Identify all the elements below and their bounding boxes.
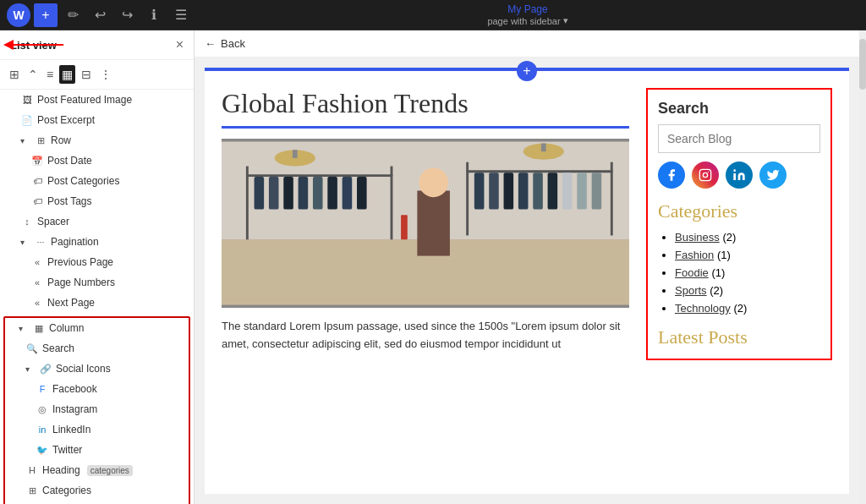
sidebar-close-button[interactable]: × bbox=[176, 37, 184, 52]
scrollbar[interactable] bbox=[859, 30, 866, 504]
linkedin-social-icon[interactable] bbox=[726, 162, 753, 189]
category-link-business[interactable]: Business bbox=[675, 231, 720, 244]
block-tool-align[interactable]: ≡ bbox=[44, 65, 56, 84]
linkedin-icon: in bbox=[36, 423, 49, 436]
category-link-sports[interactable]: Sports bbox=[675, 284, 707, 297]
svg-rect-20 bbox=[611, 162, 613, 236]
social-icons-icon: 🔗 bbox=[39, 362, 52, 375]
tree-item-heading-categories[interactable]: H Heading categories bbox=[5, 460, 189, 480]
tree-item-post-categories[interactable]: 🏷 Post Categories bbox=[0, 171, 194, 191]
category-item-sports: Sports (2) bbox=[675, 284, 820, 297]
block-tool-grid[interactable]: ▦ bbox=[59, 65, 75, 84]
svg-rect-7 bbox=[391, 167, 393, 240]
twitter-social-icon[interactable] bbox=[759, 162, 787, 189]
tree-item-post-tags[interactable]: 🏷 Post Tags bbox=[0, 191, 194, 211]
add-button[interactable]: + bbox=[34, 3, 58, 27]
redo-button[interactable]: ↪ bbox=[115, 3, 139, 27]
row-expand-icon: ▾ bbox=[20, 136, 30, 145]
svg-rect-5 bbox=[246, 174, 393, 177]
back-arrow-icon: ← bbox=[205, 37, 216, 50]
back-label: Back bbox=[221, 37, 245, 50]
svg-rect-24 bbox=[518, 173, 529, 209]
tree-item-spacer[interactable]: ↕ Spacer bbox=[0, 211, 194, 232]
tree-item-search[interactable]: 🔍 Search bbox=[5, 338, 189, 359]
tree-item-twitter[interactable]: 🐦 Twitter bbox=[5, 440, 189, 460]
category-item-technology: Technology (2) bbox=[675, 302, 820, 315]
tree-item-next-page[interactable]: « Next Page bbox=[0, 293, 194, 313]
svg-rect-18 bbox=[466, 170, 613, 173]
svg-rect-25 bbox=[533, 173, 543, 209]
wp-logo[interactable]: W bbox=[7, 3, 30, 27]
page-title-link[interactable]: My Page bbox=[507, 3, 547, 15]
svg-rect-23 bbox=[504, 173, 514, 209]
add-block-button[interactable]: + bbox=[517, 61, 537, 81]
main-layout: List view × ⊞ ⌃ ≡ ▦ ⊟ ⋮ 🖼 Post Featured … bbox=[0, 30, 866, 504]
info-button[interactable]: ℹ bbox=[142, 3, 166, 27]
svg-rect-8 bbox=[255, 177, 265, 210]
search-widget-title: Search bbox=[658, 100, 820, 118]
social-icons-widget bbox=[658, 162, 820, 189]
svg-rect-15 bbox=[357, 177, 367, 210]
tree-item-pagination[interactable]: ▾ ··· Pagination bbox=[0, 232, 194, 252]
category-link-foodie[interactable]: Foodie bbox=[675, 266, 709, 279]
category-link-technology[interactable]: Technology bbox=[675, 302, 731, 315]
tree-item-row[interactable]: ▾ ⊞ Row bbox=[0, 130, 194, 151]
tree-item-column[interactable]: ▾ ▦ Column bbox=[5, 318, 189, 338]
tree-item-instagram[interactable]: ◎ Instagram bbox=[5, 399, 189, 419]
svg-rect-21 bbox=[474, 173, 485, 209]
svg-rect-32 bbox=[417, 190, 450, 255]
category-list: Business (2) Fashion (1) Foodie (1) bbox=[658, 231, 820, 315]
svg-rect-11 bbox=[299, 177, 309, 210]
twitter-icon: 🐦 bbox=[36, 443, 49, 457]
category-link-fashion[interactable]: Fashion bbox=[675, 249, 714, 261]
tree-item-excerpt[interactable]: 📄 Post Excerpt bbox=[0, 110, 194, 130]
category-count-fashion: (1) bbox=[717, 249, 731, 261]
scrollbar-thumb[interactable] bbox=[859, 39, 866, 90]
top-bar: W + ✏ ↩ ↪ ℹ ☰ My Page page with sidebar … bbox=[0, 0, 866, 30]
category-count-foodie: (1) bbox=[711, 266, 725, 279]
sidebar-header: List view × bbox=[0, 30, 194, 60]
facebook-social-icon[interactable] bbox=[658, 162, 685, 189]
category-item-foodie: Foodie (1) bbox=[675, 266, 820, 279]
tree-item-social-icons[interactable]: ▾ 🔗 Social Icons bbox=[5, 359, 189, 379]
tree-item-post-date[interactable]: 📅 Post Date bbox=[0, 151, 194, 171]
edit-button[interactable]: ✏ bbox=[61, 3, 85, 27]
svg-rect-13 bbox=[327, 177, 337, 210]
block-toolbar: ⊞ ⌃ ≡ ▦ ⊟ ⋮ bbox=[0, 60, 194, 90]
svg-point-36 bbox=[703, 173, 707, 177]
page-content: Global Fashion Trends bbox=[205, 71, 849, 377]
svg-rect-29 bbox=[592, 173, 602, 209]
block-tool-up[interactable]: ⌃ bbox=[25, 65, 41, 84]
menu-button[interactable]: ☰ bbox=[169, 3, 193, 27]
featured-image-icon: 🖼 bbox=[20, 93, 34, 107]
tree-item-facebook[interactable]: F Facebook bbox=[5, 379, 189, 399]
facebook-icon: F bbox=[36, 382, 49, 396]
pagination-expand-icon: ▾ bbox=[20, 238, 30, 247]
canvas-inner: + Global Fashion Trends bbox=[205, 68, 849, 494]
block-tool-cols[interactable]: ⊟ bbox=[79, 65, 94, 84]
post-title: Global Fashion Trends bbox=[222, 88, 629, 129]
search-blog-input[interactable] bbox=[658, 124, 820, 153]
svg-point-33 bbox=[419, 167, 448, 197]
search-icon: 🔍 bbox=[25, 342, 39, 355]
svg-rect-27 bbox=[562, 173, 573, 209]
editor-canvas: + Global Fashion Trends bbox=[195, 58, 859, 504]
tree-item-heading-latest[interactable]: H Heading latest-posts bbox=[5, 501, 189, 504]
block-tool-list[interactable]: ⊞ bbox=[7, 65, 22, 84]
svg-rect-31 bbox=[541, 144, 546, 152]
svg-rect-17 bbox=[293, 150, 298, 158]
tree-item-page-numbers[interactable]: « Page Numbers bbox=[0, 272, 194, 293]
back-button[interactable]: ← Back bbox=[195, 30, 859, 58]
block-tool-more[interactable]: ⋮ bbox=[97, 65, 114, 84]
tree-item-linkedin[interactable]: in LinkedIn bbox=[5, 419, 189, 440]
instagram-social-icon[interactable] bbox=[692, 162, 719, 189]
tree-item-categories-block[interactable]: ⊞ Categories bbox=[5, 480, 189, 501]
undo-button[interactable]: ↩ bbox=[88, 3, 112, 27]
sidebar-title: List view bbox=[10, 39, 57, 52]
svg-rect-10 bbox=[283, 177, 293, 210]
post-date-icon: 📅 bbox=[30, 154, 44, 167]
category-count-business: (2) bbox=[722, 231, 736, 244]
prev-page-icon: « bbox=[30, 255, 44, 269]
tree-item-prev-page[interactable]: « Previous Page bbox=[0, 252, 194, 272]
tree-item-featured-image[interactable]: 🖼 Post Featured Image bbox=[0, 90, 194, 110]
